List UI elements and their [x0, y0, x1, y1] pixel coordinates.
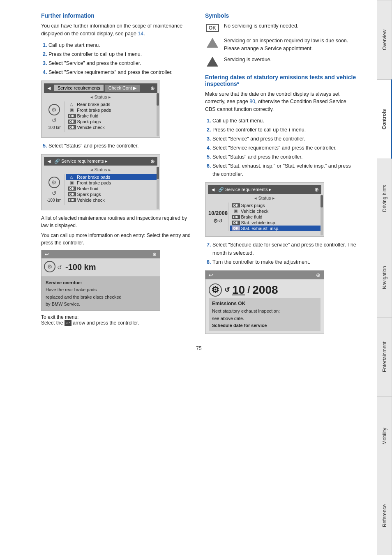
overdue-service-icon: ⚙ — [44, 261, 55, 272]
ok-badge-s3-1: OK — [232, 203, 240, 207]
entering-step-4: Select "Service requirements" and press … — [212, 144, 357, 152]
symbols-section: OK No servicing is currently needed. Ser… — [205, 22, 357, 67]
ok-badge-s3-4: OK — [232, 226, 240, 230]
screen-3-service-icon: ⚙↺ — [213, 218, 223, 224]
overdue-title: Service overdue: — [46, 279, 156, 287]
screen-1-header: ◄ Service requirements Check Cont ▶ ⊕ — [44, 83, 157, 93]
page-number: 75 — [41, 345, 357, 351]
date-label: 10/2008 — [208, 210, 228, 216]
entering-step-6: Select "Stat. exhaust. insp." or "Stat. … — [212, 162, 357, 178]
step-3: Select "Service" and press the controlle… — [48, 59, 193, 67]
overdue-line-3: by BMW Service. — [46, 301, 156, 308]
screen-3-row-1: OK Spark plugs — [230, 203, 321, 208]
screen-row-5: OK Vehicle check — [66, 124, 157, 130]
entering-link[interactable]: 80 — [249, 99, 255, 104]
symbol-triangle-solid: Servicing is overdue. — [205, 56, 357, 67]
screen-3-header: ◄ 🔗 Service requirements ▸ ⊕ — [208, 185, 321, 194]
emission-screen: ↩ ⊕ ⚙ ↺ 10 / 2008 Emissions OK Next stat… — [205, 270, 324, 334]
emission-ok-title: Emissions OK — [212, 300, 317, 308]
entering-steps-list: Call up the start menu. Press the contro… — [212, 117, 357, 178]
tab-entertainment[interactable]: Entertainment — [377, 317, 392, 396]
screen-2-row-1-highlighted: △ Rear brake pads — [66, 174, 157, 180]
caption-1: A list of selected maintenance routines … — [41, 214, 193, 229]
tab-navigation[interactable]: Navigation — [377, 238, 392, 317]
entering-step-3: Select "Service" and press the controlle… — [212, 135, 357, 143]
s3-row-text-2: Vehicle check — [241, 209, 268, 214]
screen-row-2: ▣ Front brake pads — [66, 107, 157, 113]
screen-2-title: 🔗 Service requirements ▸ — [54, 159, 108, 164]
main-content: Further information You can have further… — [0, 0, 377, 555]
step-5: Select "Status" and press the controller… — [48, 142, 193, 150]
ok-badge-3: OK — [68, 125, 76, 129]
right-column: Symbols OK No servicing is currently nee… — [205, 12, 357, 337]
step-4: Select "Service requirements" and press … — [48, 68, 193, 76]
emission-year: 2008 — [252, 283, 278, 297]
screen-1: ◄ Service requirements Check Cont ▶ ⊕ ◂ … — [41, 81, 160, 138]
refresh-icon: ↺ — [52, 117, 57, 124]
scrollbar-thumb-1 — [157, 93, 159, 106]
screen-2-icon-col: ⚙ ↺ -100 km — [44, 174, 65, 205]
screen-3-icon: ⊕ — [314, 187, 319, 193]
ok-badge-s2-3: OK — [68, 198, 76, 202]
screen-3-icon-col: 10/2008 ⚙↺ — [208, 203, 228, 231]
tab-driving-hints[interactable]: Driving hints — [377, 159, 392, 238]
s3-row-text-3: Brake fluid — [241, 214, 263, 219]
screen-row-4: OK Spark plugs — [66, 119, 157, 124]
ok-symbol-icon: OK — [205, 22, 220, 34]
overdue-refresh-icon: ↺ — [57, 264, 62, 271]
overdue-top: ⚙ ↺ -100 km — [42, 258, 160, 277]
symbol-ok: OK No servicing is currently needed. — [205, 22, 357, 34]
ok-box: OK — [206, 24, 219, 32]
scrollbar-1 — [157, 93, 159, 136]
step-7: Select "Schedule date for service" and p… — [212, 241, 357, 257]
triangle-solid-icon — [205, 56, 220, 67]
screen-2-header: ◄ 🔗 Service requirements ▸ ⊕ — [44, 157, 157, 166]
row-text-3: Brake fluid — [77, 113, 99, 118]
intro-link[interactable]: 14 — [138, 31, 143, 37]
ok-badge-s3-2: OK — [232, 215, 240, 219]
overdue-box: ↩ ⊕ ⚙ ↺ -100 km Service overdue: Have th… — [41, 250, 160, 311]
tab-mobility[interactable]: Mobility — [377, 396, 392, 476]
screen-3-rows: OK Spark plugs ▣ Vehicle check OK Brake … — [228, 203, 321, 231]
further-info-title: Further information — [41, 12, 193, 19]
left-column: Further information You can have further… — [41, 12, 193, 337]
s2-row-text-3: Brake fluid — [77, 186, 99, 191]
back-arrow-icon: ◄ — [46, 85, 52, 91]
row-text-1: Rear brake pads — [77, 102, 110, 107]
screen-2-sub: ◂ Status ▸ — [44, 167, 157, 173]
screen-3-sub: ◂ Status ▸ — [208, 196, 321, 201]
overdue-line-2: replaced and the brake discs checked — [46, 294, 156, 301]
emission-arrow-icon: ↺ — [224, 286, 230, 294]
square-icon-2: ▣ — [68, 180, 75, 185]
screen-3-content: 10/2008 ⚙↺ OK Spark plugs ▣ Vehicle chec… — [208, 203, 321, 231]
scrollbar-3 — [321, 195, 323, 235]
triangle-icon-1: △ — [68, 102, 75, 106]
refresh-icon-2: ↺ — [52, 190, 57, 196]
screen-3-row-4: OK Stat. vehicle insp. — [230, 220, 321, 226]
entering-step-1: Call up the start menu. — [212, 117, 357, 125]
ok-badge-1: OK — [68, 114, 76, 118]
screen-2-row-3: OK Brake fluid — [66, 186, 157, 191]
screen-1-tab-2: Check Cont ▶ — [105, 85, 140, 92]
screen-1-rows: △ Rear brake pads ▣ Front brake pads OK … — [65, 101, 157, 132]
emission-month: 10 — [232, 283, 245, 297]
emission-text-block: Emissions OK Next statutory exhaust insp… — [209, 298, 321, 331]
tab-controls[interactable]: Controls — [377, 79, 392, 159]
km-label-2: -100 km — [46, 198, 61, 203]
screen-1-sub: ◂ Status ▸ — [44, 94, 157, 100]
row-text-2: Front brake pads — [77, 108, 111, 113]
s2-row-text-1: Rear brake pads — [77, 175, 110, 180]
tab-reference[interactable]: Reference — [377, 476, 392, 555]
screen-2-row-4: OK Spark plugs — [66, 191, 157, 197]
overdue-description: Service overdue: Have the rear brake pad… — [42, 277, 160, 311]
screen-2-icon: ⊕ — [150, 158, 155, 164]
row-text-4: Spark plugs — [77, 119, 101, 124]
back-arrow-2-icon: ◄ — [46, 158, 52, 164]
scrollbar-thumb-3 — [321, 195, 323, 207]
warning-triangle-outline — [207, 38, 218, 48]
emission-separator: / — [247, 285, 250, 295]
square-icon-3: ▣ — [232, 209, 239, 213]
exit-instructions: To exit the menu: Select the ↩ arrow and… — [41, 314, 193, 326]
tab-overview[interactable]: Overview — [377, 0, 392, 79]
entering-intro: Make sure that the date on the control d… — [205, 90, 357, 113]
